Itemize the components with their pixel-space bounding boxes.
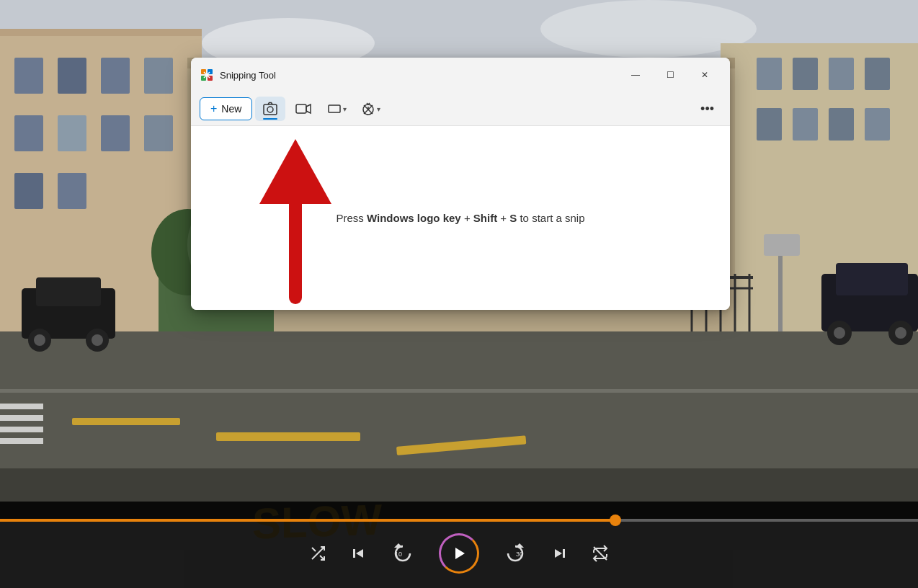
svg-rect-15: [14, 173, 43, 209]
svg-rect-87: [329, 105, 340, 112]
svg-rect-61: [836, 263, 908, 295]
more-icon: •••: [700, 102, 714, 116]
close-button[interactable]: ✕: [688, 63, 721, 86]
forward-button[interactable]: 30: [502, 540, 528, 566]
svg-rect-25: [865, 108, 890, 141]
svg-rect-74: [764, 234, 800, 256]
svg-rect-55: [36, 277, 101, 306]
svg-rect-52: [0, 427, 43, 432]
timer-icon: [361, 102, 375, 116]
svg-rect-24: [829, 108, 854, 141]
player-controls: 10 30: [0, 522, 918, 588]
svg-point-58: [34, 334, 45, 346]
svg-rect-16: [58, 173, 86, 209]
svg-point-65: [895, 327, 906, 339]
app-icon: [200, 68, 214, 82]
hint-text: Press Windows logo key + Shift + S to st…: [336, 212, 584, 224]
svg-point-64: [834, 327, 845, 339]
svg-rect-98: [353, 549, 355, 558]
svg-rect-85: [296, 104, 306, 113]
play-button[interactable]: [439, 533, 479, 574]
more-options-button[interactable]: •••: [693, 97, 721, 121]
shuffle-button[interactable]: [309, 545, 326, 562]
svg-rect-53: [0, 438, 43, 444]
svg-rect-22: [757, 108, 782, 141]
plus-icon: +: [210, 102, 217, 115]
maximize-button[interactable]: ☐: [654, 63, 687, 86]
next-button[interactable]: [551, 545, 569, 562]
video-icon: [295, 101, 311, 117]
progress-bar[interactable]: [0, 519, 918, 522]
title-bar: Snipping Tool — ☐ ✕: [191, 58, 730, 92]
svg-rect-7: [14, 58, 43, 94]
prev-button[interactable]: [349, 545, 367, 562]
toolbar: + New ▾: [191, 92, 730, 126]
svg-marker-104: [555, 549, 562, 558]
svg-rect-11: [14, 115, 43, 151]
svg-marker-101: [455, 548, 465, 559]
svg-rect-49: [72, 418, 180, 425]
window-controls: — ☐ ✕: [619, 63, 721, 86]
progress-fill: [0, 519, 615, 522]
shape-button[interactable]: ▾: [321, 97, 352, 120]
rewind-button[interactable]: 10: [390, 540, 416, 566]
svg-rect-10: [144, 58, 173, 94]
active-indicator: [263, 118, 277, 120]
svg-rect-19: [793, 58, 818, 90]
svg-text:10: 10: [395, 551, 402, 558]
window-content: Press Windows logo key + Shift + S to st…: [191, 126, 730, 310]
svg-rect-14: [144, 115, 173, 151]
title-left: Snipping Tool: [200, 68, 276, 82]
new-button[interactable]: + New: [200, 97, 252, 120]
window-title: Snipping Tool: [220, 70, 276, 81]
svg-rect-50: [0, 404, 43, 409]
snipping-tool-window: Snipping Tool — ☐ ✕ + New: [191, 58, 730, 310]
svg-rect-6: [0, 29, 202, 36]
svg-rect-9: [101, 58, 130, 94]
svg-marker-97: [356, 549, 363, 558]
camera-icon: [262, 101, 278, 117]
video-button[interactable]: [288, 97, 318, 121]
svg-point-84: [267, 107, 273, 112]
svg-rect-105: [563, 549, 565, 558]
media-player-bar: 10 30: [0, 502, 918, 588]
svg-rect-20: [829, 58, 854, 90]
svg-text:30: 30: [516, 551, 523, 558]
svg-rect-83: [264, 104, 277, 115]
svg-rect-47: [216, 432, 360, 441]
minimize-button[interactable]: —: [619, 63, 652, 86]
svg-rect-23: [793, 108, 818, 141]
svg-rect-18: [757, 58, 782, 90]
screenshot-button[interactable]: [255, 97, 285, 121]
new-label: New: [221, 103, 241, 115]
timer-dropdown-icon: ▾: [377, 105, 380, 113]
svg-rect-8: [58, 58, 86, 94]
svg-rect-13: [101, 115, 130, 151]
progress-thumb: [610, 514, 621, 526]
svg-point-59: [92, 334, 103, 346]
shape-dropdown-icon: ▾: [343, 105, 347, 113]
timer-button[interactable]: ▾: [355, 97, 386, 120]
svg-rect-21: [865, 58, 890, 90]
svg-rect-46: [0, 389, 918, 393]
svg-rect-51: [0, 415, 43, 421]
svg-marker-86: [306, 104, 311, 113]
svg-rect-12: [58, 115, 86, 151]
shape-icon: [327, 102, 342, 116]
repeat-button[interactable]: [592, 545, 609, 562]
